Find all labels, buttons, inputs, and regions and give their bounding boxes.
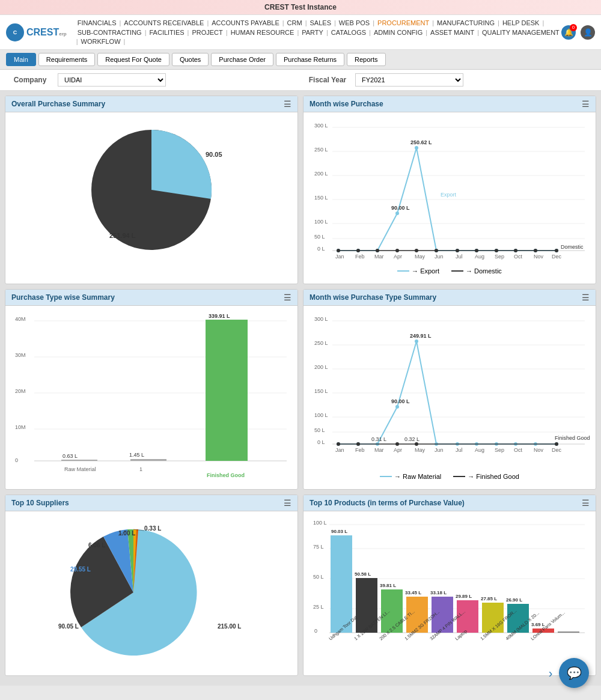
month-wise-type-chart: 300 L 250 L 200 L 150 L 100 L 50 L 0 L <box>310 312 590 468</box>
svg-rect-160 <box>558 632 579 633</box>
chat-icon: 💬 <box>567 666 582 680</box>
svg-text:Feb: Feb <box>355 447 365 453</box>
top-products-menu[interactable]: ☰ <box>582 498 590 508</box>
nav-party[interactable]: PARTY <box>300 28 325 37</box>
svg-text:50 L: 50 L <box>314 234 325 240</box>
nav-icons: 🔔 0 👤 <box>561 25 595 40</box>
svg-text:Sep: Sep <box>495 254 504 260</box>
panel-month-wise-header: Month wise Purchase ☰ <box>304 96 596 112</box>
tab-quotes[interactable]: Quotes <box>172 53 209 66</box>
tab-purchase-order[interactable]: Purchase Order <box>211 53 273 66</box>
svg-text:90.03 L: 90.03 L <box>331 529 347 534</box>
svg-point-45 <box>356 249 360 252</box>
overall-purchase-menu[interactable]: ☰ <box>284 99 291 109</box>
panel-overall-purchase-header: Overall Purchase Summary ☰ <box>5 96 297 112</box>
svg-point-44 <box>337 249 340 252</box>
svg-text:0 L: 0 L <box>317 439 325 445</box>
svg-point-105 <box>395 405 399 409</box>
svg-text:Apr: Apr <box>394 447 402 453</box>
nav-ap[interactable]: ACCOUNTS PAYABLE <box>210 19 281 27</box>
nav-procurement[interactable]: PROCUREMENT <box>376 19 431 27</box>
nav-sales[interactable]: SALES <box>308 19 333 27</box>
svg-point-49 <box>435 249 438 252</box>
svg-text:Nov: Nov <box>534 254 544 260</box>
user-avatar[interactable]: 👤 <box>581 25 595 40</box>
svg-rect-73 <box>206 320 248 461</box>
svg-text:90.05 L: 90.05 L <box>206 151 224 158</box>
svg-text:250 L: 250 L <box>314 340 328 346</box>
svg-text:100 L: 100 L <box>314 219 328 225</box>
purchase-type-menu[interactable]: ☰ <box>284 293 291 302</box>
panel-purchase-type-header: Purchase Type wise Summary ☰ <box>5 290 297 306</box>
month-wise-menu[interactable]: ☰ <box>582 99 590 109</box>
svg-text:150 L: 150 L <box>314 195 328 201</box>
svg-text:Jul: Jul <box>456 254 463 260</box>
legend-raw-material: → Raw Material <box>380 473 441 480</box>
panel-month-wise-type-header: Month wise Purchase Type Summary ☰ <box>304 290 596 306</box>
notification-bell[interactable]: 🔔 0 <box>561 25 576 40</box>
svg-rect-70 <box>130 459 166 461</box>
nav-helpdesk[interactable]: HELP DESK <box>501 19 542 27</box>
top-suppliers-menu[interactable]: ☰ <box>284 498 291 508</box>
tab-rfq[interactable]: Request For Quote <box>97 53 169 66</box>
svg-text:Aug: Aug <box>475 254 484 260</box>
month-wise-type-menu[interactable]: ☰ <box>582 293 590 302</box>
legend-domestic-label: → Domestic <box>466 267 502 275</box>
company-select[interactable]: UIDAI <box>58 73 166 87</box>
nav-ar[interactable]: ACCOUNTS RECEIVABLE <box>122 19 206 27</box>
fiscal-year-label: Fiscal Year <box>304 76 352 84</box>
nav-workflow[interactable]: WORKFLOW <box>79 37 123 46</box>
panel-overall-purchase: Overall Purchase Summary ☰ 90.05 L 251.9… <box>5 96 298 284</box>
nav-webpos[interactable]: WEB POS <box>337 19 371 27</box>
svg-text:Jan: Jan <box>335 254 344 260</box>
svg-text:0.31 L: 0.31 L <box>371 436 386 442</box>
purchase-type-chart: 40M 30M 20M 10M 0 Raw Material 0.63 L <box>11 312 291 480</box>
svg-text:Dec: Dec <box>552 447 562 453</box>
month-wise-legend: → Export → Domestic <box>310 264 590 278</box>
filter-row: Company UIDAI Fiscal Year FY2021 <box>0 70 601 91</box>
tab-reports[interactable]: Reports <box>347 53 386 66</box>
svg-text:Apr: Apr <box>394 254 402 260</box>
tab-requirements[interactable]: Requirements <box>38 53 95 66</box>
nav-hr[interactable]: HUMAN RESOURCE <box>229 28 296 37</box>
svg-text:100 L: 100 L <box>314 412 328 418</box>
svg-text:250 L: 250 L <box>314 147 328 153</box>
fiscal-year-select[interactable]: FY2021 <box>355 73 463 87</box>
legend-finished-good: → Finished Good <box>453 473 519 480</box>
panel-month-wise-type: Month wise Purchase Type Summary ☰ 300 L… <box>303 289 596 490</box>
overall-purchase-title: Overall Purchase Summary <box>11 100 105 108</box>
nav-subcontracting[interactable]: SUB-CONTRACTING <box>76 28 144 37</box>
svg-text:0: 0 <box>15 457 18 463</box>
svg-text:Finished Good: Finished Good <box>555 435 590 441</box>
nav-catalogs[interactable]: CATALOGS <box>329 28 368 37</box>
nav-qm[interactable]: QUALITY MANAGEMENT <box>480 28 561 37</box>
svg-text:10M: 10M <box>15 424 26 430</box>
nav-adminconfig[interactable]: ADMIN CONFIG <box>372 28 424 37</box>
nav-bar: C CRESTerp FINANCIALS| ACCOUNTS RECEIVAB… <box>0 15 601 50</box>
nav-project[interactable]: PROJECT <box>190 28 224 37</box>
chat-chevron[interactable]: › <box>543 658 558 686</box>
svg-text:Sep: Sep <box>495 447 504 453</box>
chat-button[interactable]: 💬 <box>559 658 589 686</box>
nav-assetmaint[interactable]: ASSET MAINT <box>429 28 476 37</box>
nav-crm[interactable]: CRM <box>285 19 304 27</box>
overall-purchase-body: 90.05 L 251.94 L <box>5 112 297 269</box>
nav-financials[interactable]: FINANCIALS <box>76 19 118 27</box>
svg-point-46 <box>376 249 379 252</box>
company-filter: Company UIDAI <box>6 73 297 87</box>
tab-purchase-returns[interactable]: Purchase Returns <box>276 53 344 66</box>
svg-point-123 <box>555 442 558 446</box>
tab-main[interactable]: Main <box>6 53 36 66</box>
svg-rect-142 <box>331 535 352 633</box>
panel-purchase-type: Purchase Type wise Summary ☰ 40M 30M 20M… <box>5 289 298 490</box>
legend-export-label: → Export <box>412 267 439 275</box>
nav-facilities[interactable]: FACILITIES <box>148 28 186 37</box>
svg-text:Oct: Oct <box>514 447 523 453</box>
top-products-chart: 100 L 75 L 50 L 25 L 0 90.03 L <box>310 517 590 668</box>
svg-text:Nov: Nov <box>534 447 544 453</box>
svg-text:50.58 L: 50.58 L <box>355 571 371 577</box>
svg-text:Finished Good: Finished Good <box>207 472 245 478</box>
nav-manufacturing[interactable]: MANUFACTURING <box>435 19 496 27</box>
svg-text:33.18 L: 33.18 L <box>430 590 447 595</box>
svg-text:Export: Export <box>441 192 457 198</box>
